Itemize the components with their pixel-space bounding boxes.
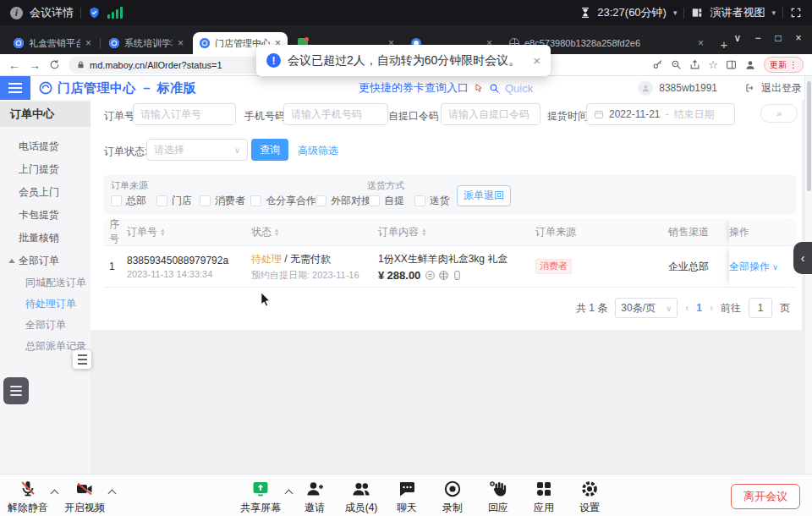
sidebar-subitem-pending-orders[interactable]: 待处理订单 xyxy=(0,294,91,315)
pickup-code-input[interactable] xyxy=(441,103,540,125)
advanced-filter-link[interactable]: 高级筛选 xyxy=(298,144,338,158)
record-button[interactable]: 录制 xyxy=(428,479,477,515)
view-caret-down-icon[interactable]: ▾ xyxy=(771,8,776,17)
apps-button[interactable]: 应用 xyxy=(519,479,568,515)
tab-close-icon[interactable]: × xyxy=(178,37,184,49)
invite-button[interactable]: 邀请 xyxy=(290,479,339,515)
chat-button[interactable]: 聊天 xyxy=(382,479,431,515)
side-panel-handle[interactable]: ‹ xyxy=(793,242,812,274)
checkbox-icon[interactable] xyxy=(156,195,167,206)
password-key-icon[interactable] xyxy=(652,59,663,70)
window-minimize-button[interactable]: − xyxy=(748,32,768,44)
sidebar-item-phone-pickup[interactable]: 电话提货 xyxy=(0,135,91,158)
logout-icon[interactable] xyxy=(745,83,755,93)
phone-input[interactable] xyxy=(283,103,388,125)
prev-page-icon[interactable]: ‹ xyxy=(685,302,689,314)
date-range-picker[interactable]: 2022-11-21 - 结束日期 xyxy=(586,103,735,125)
checkbox-icon[interactable] xyxy=(200,195,211,206)
checkbox-icon[interactable] xyxy=(250,195,261,206)
chrome-update-button[interactable]: 更新 ⋮ xyxy=(764,57,804,73)
checkbox-icon[interactable] xyxy=(111,195,122,206)
order-status-select[interactable]: 请选择 ∨ xyxy=(146,139,248,161)
receipt-circle-icon[interactable] xyxy=(425,270,436,281)
page-size-select[interactable]: 30条/页∨ xyxy=(615,298,678,318)
logout-label[interactable]: 退出登录 xyxy=(761,81,802,96)
page-scrollbar[interactable] xyxy=(804,76,812,474)
unmute-button[interactable]: 解除静音 xyxy=(3,479,52,515)
checkbox-icon[interactable] xyxy=(315,195,326,206)
notice-close-icon[interactable]: × xyxy=(533,53,540,68)
dispatch-return-button[interactable]: 派单退回 xyxy=(457,185,511,206)
sidebar-subitem-city-delivery[interactable]: 同城配送订单 xyxy=(0,272,91,294)
refresh-icon[interactable] xyxy=(49,59,60,70)
checkbox-delivery-selfpickup[interactable]: 自提 xyxy=(369,194,404,208)
checkbox-source-warehouse-share[interactable]: 仓分享合作 xyxy=(250,194,316,208)
security-shield-icon[interactable] xyxy=(88,6,101,19)
all-actions-dropdown[interactable]: 全部操作 ∨ xyxy=(729,260,778,274)
layout-view-icon[interactable] xyxy=(691,7,703,19)
page-unit-label: 页 xyxy=(780,301,790,316)
sort-icon[interactable]: ▲▼ xyxy=(421,228,426,237)
zoom-icon[interactable] xyxy=(671,59,682,70)
coupon-query-link[interactable]: 更快捷的券卡查询入口 xyxy=(359,80,469,96)
browser-tab-1[interactable]: 礼盒营销平台管理中心 × xyxy=(7,32,98,54)
share-screen-button[interactable]: 共享屏幕 xyxy=(236,479,285,515)
profile-icon[interactable] xyxy=(744,59,756,71)
meeting-details-label[interactable]: 会议详情 xyxy=(30,5,74,20)
globe-circle-icon[interactable] xyxy=(438,270,449,281)
bookmark-star-icon[interactable]: ☆ xyxy=(708,58,718,71)
leave-meeting-button[interactable]: 离开会议 xyxy=(731,484,800,509)
sidebar-item-all-orders-group[interactable]: 全部订单 xyxy=(0,250,91,272)
window-maximize-button[interactable]: □ xyxy=(768,32,788,44)
next-page-icon[interactable]: › xyxy=(710,302,713,314)
collapse-filters-button[interactable]: » xyxy=(760,104,798,123)
sidebar-item-cardpack-pickup[interactable]: 卡包提货 xyxy=(0,204,91,227)
settings-button[interactable]: 设置 xyxy=(565,479,614,515)
hamburger-menu-icon[interactable] xyxy=(0,76,30,100)
current-page[interactable]: 1 xyxy=(696,302,702,314)
sidebar-item-batch-verify[interactable]: 批量核销 xyxy=(0,227,91,250)
docked-panel-toggle[interactable] xyxy=(3,377,29,404)
search-button[interactable]: 查询 xyxy=(251,139,288,161)
more-menu-icon[interactable]: ⋮ xyxy=(789,60,798,69)
checkbox-icon[interactable] xyxy=(414,195,425,206)
order-no-input[interactable] xyxy=(133,103,236,125)
reactions-button[interactable]: 回应 xyxy=(474,479,523,515)
side-panel-icon[interactable] xyxy=(726,59,737,70)
sidebar-subitem-all-orders[interactable]: 全部订单 xyxy=(0,315,91,336)
tab-close-icon[interactable]: × xyxy=(85,37,91,49)
tab-close-icon[interactable]: × xyxy=(698,37,704,49)
view-mode-label[interactable]: 演讲者视图 xyxy=(710,5,765,20)
tab-search-icon[interactable]: ∨ xyxy=(727,32,748,44)
forward-icon[interactable]: → xyxy=(29,59,41,71)
phone-icon[interactable] xyxy=(452,270,463,281)
share-icon[interactable] xyxy=(689,59,700,70)
search-icon[interactable] xyxy=(489,83,500,94)
sidebar-collapse-handle[interactable] xyxy=(73,350,91,369)
checkbox-source-hq[interactable]: 总部 xyxy=(111,194,146,208)
sidebar-item-door-pickup[interactable]: 上门提货 xyxy=(0,158,91,181)
checkbox-source-external[interactable]: 外部对接 xyxy=(315,194,371,208)
sort-icon[interactable]: ▲▼ xyxy=(160,228,165,237)
checkbox-delivery-deliver[interactable]: 送货 xyxy=(414,194,450,208)
start-video-button[interactable]: 开启视频 xyxy=(60,479,109,515)
video-options-caret-icon[interactable] xyxy=(108,490,117,498)
scrollbar-thumb[interactable] xyxy=(807,81,811,191)
checkbox-source-store[interactable]: 门店 xyxy=(156,194,192,208)
members-button[interactable]: 成员(4) xyxy=(337,479,386,515)
sort-icon[interactable]: ▲▼ xyxy=(274,228,279,237)
quick-label[interactable]: Quick xyxy=(505,82,533,95)
back-icon[interactable]: ← xyxy=(8,59,20,71)
fullscreen-icon[interactable] xyxy=(790,7,802,19)
browser-tab-2[interactable]: 系统培训学习 × xyxy=(102,32,190,54)
timer-caret-down-icon[interactable]: ▾ xyxy=(673,8,678,17)
checkbox-icon[interactable] xyxy=(369,195,380,206)
sidebar-item-member-visit[interactable]: 会员上门 xyxy=(0,181,91,204)
checkbox-label: 自提 xyxy=(384,194,404,208)
checkbox-source-consumer[interactable]: 消费者 xyxy=(200,194,245,208)
goto-page-input[interactable] xyxy=(749,298,772,318)
meeting-info-icon[interactable]: i xyxy=(10,7,23,19)
network-signal-icon[interactable] xyxy=(107,7,123,19)
avatar[interactable] xyxy=(638,80,653,96)
window-close-button[interactable]: × xyxy=(788,32,809,44)
